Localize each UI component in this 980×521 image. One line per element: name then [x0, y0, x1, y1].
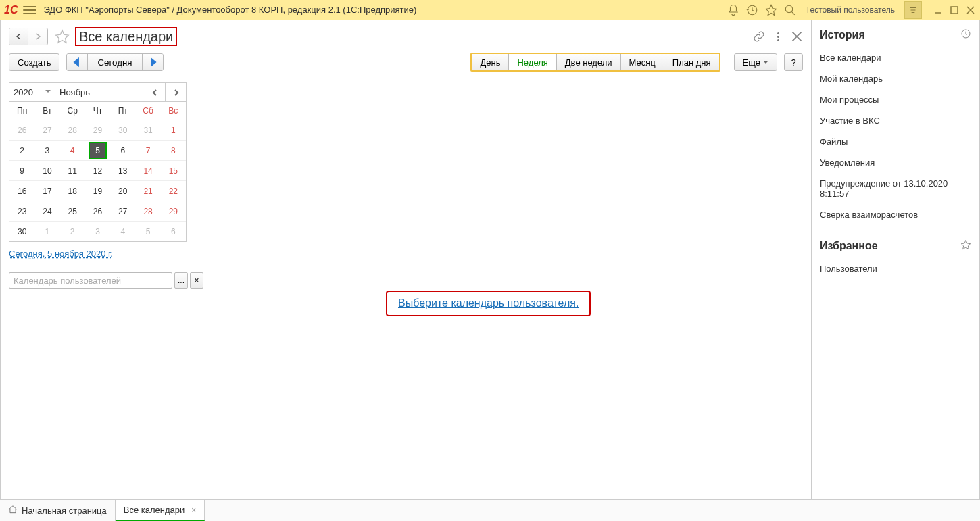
tab-close-icon[interactable]: × [191, 505, 196, 515]
view-day-tab[interactable]: День [472, 54, 509, 70]
tab-home-label: Начальная страница [22, 505, 107, 516]
titlebar: 1C ЭДО ФКП "Аэропорты Севера" / Документ… [0, 0, 980, 20]
history-item[interactable]: Файлы [812, 131, 979, 152]
calendar-day[interactable]: 1 [34, 221, 59, 241]
current-user[interactable]: Тестовый пользователь [806, 5, 895, 15]
calendar-day[interactable]: 12 [85, 160, 110, 180]
calendar-day[interactable]: 24 [34, 201, 59, 221]
calendar-day[interactable]: 9 [9, 160, 34, 180]
bell-icon[interactable] [727, 4, 739, 16]
help-button[interactable]: ? [784, 53, 803, 71]
history-item[interactable]: Сверка взаиморасчетов [812, 204, 979, 225]
calendar-day[interactable]: 14 [135, 160, 160, 180]
calendar-day[interactable]: 31 [135, 120, 160, 140]
calendar-day[interactable]: 6 [110, 140, 135, 160]
calendar-day[interactable]: 3 [85, 221, 110, 241]
calendar-day[interactable]: 28 [135, 201, 160, 221]
next-period-button[interactable] [143, 54, 163, 70]
calendar-day[interactable]: 5 [135, 221, 160, 241]
calendar-day[interactable]: 1 [161, 120, 186, 140]
calendar-day[interactable]: 8 [161, 140, 186, 160]
prev-period-button[interactable] [67, 54, 88, 70]
tab-current-label: Все календари [124, 505, 185, 515]
calendar-day[interactable]: 17 [34, 180, 59, 201]
favorite-star-icon[interactable] [55, 29, 70, 44]
calendar-day[interactable]: 27 [34, 120, 59, 140]
nav-back-button[interactable] [9, 28, 28, 45]
view-two-weeks-tab[interactable]: Две недели [557, 54, 621, 70]
calendar-year-selector[interactable]: 2020 [9, 83, 55, 101]
panel-toggle-icon[interactable] [904, 1, 922, 19]
calendar-day[interactable]: 5 [85, 140, 110, 160]
close-tab-icon[interactable] [791, 30, 803, 43]
date-nav-group: Сегодня [66, 53, 163, 71]
search-icon[interactable] [784, 4, 796, 16]
close-button[interactable] [965, 5, 976, 16]
calendar-dow-header: Пн [9, 102, 34, 120]
calendar-day[interactable]: 18 [60, 180, 85, 201]
calendar-day[interactable]: 16 [9, 180, 34, 201]
history-icon[interactable] [746, 4, 758, 16]
calendar-day[interactable]: 26 [9, 120, 34, 140]
view-month-tab[interactable]: Месяц [621, 54, 664, 70]
calendar-day[interactable]: 25 [60, 201, 85, 221]
calendar-day[interactable]: 4 [60, 140, 85, 160]
main-menu-icon[interactable] [23, 3, 36, 17]
favorite-item[interactable]: Пользователи [812, 258, 979, 279]
kebab-menu-icon[interactable] [772, 30, 784, 43]
view-mode-tabs: День Неделя Две недели Месяц План дня [470, 53, 720, 72]
favorites-star-icon[interactable] [960, 239, 971, 253]
calendar-day[interactable]: 28 [60, 120, 85, 140]
calendar-day[interactable]: 27 [110, 201, 135, 221]
history-item[interactable]: Предупреждение от 13.10.2020 8:11:57 [812, 173, 979, 204]
calendar-day[interactable]: 10 [34, 160, 59, 180]
history-item[interactable]: Мои процессы [812, 89, 979, 110]
maximize-button[interactable] [949, 5, 960, 16]
today-date-link[interactable]: Сегодня, 5 ноября 2020 г. [9, 249, 811, 259]
create-button[interactable]: Создать [9, 53, 59, 71]
calendar-day[interactable]: 3 [34, 140, 59, 160]
link-icon[interactable] [753, 30, 765, 43]
tab-home[interactable]: Начальная страница [0, 500, 116, 521]
more-button[interactable]: Еще [734, 53, 777, 71]
today-button[interactable]: Сегодня [88, 54, 142, 70]
history-item[interactable]: Все календари [812, 47, 979, 68]
star-icon[interactable] [765, 4, 777, 16]
select-user-calendar-link[interactable]: Выберите календарь пользователя. [398, 297, 579, 309]
history-clock-icon[interactable] [960, 28, 971, 42]
minimize-button[interactable] [933, 5, 944, 16]
calendar-day[interactable]: 2 [9, 140, 34, 160]
view-week-tab[interactable]: Неделя [509, 54, 556, 70]
history-item[interactable]: Мой календарь [812, 68, 979, 89]
view-day-plan-tab[interactable]: План дня [664, 54, 719, 70]
calendar-day[interactable]: 30 [9, 221, 34, 241]
calendar-prev-month[interactable] [145, 83, 166, 101]
calendar-day[interactable]: 7 [135, 140, 160, 160]
tab-all-calendars[interactable]: Все календари × [116, 500, 205, 521]
calendar-day[interactable]: 29 [85, 120, 110, 140]
calendar-month-selector[interactable]: Ноябрь [55, 83, 145, 101]
calendar-day[interactable]: 6 [161, 221, 186, 241]
calendar-day[interactable]: 23 [9, 201, 34, 221]
calendar-day[interactable]: 15 [161, 160, 186, 180]
svg-rect-1 [951, 7, 958, 14]
calendar-next-month[interactable] [166, 83, 186, 101]
user-calendar-pick-button[interactable]: ... [174, 272, 188, 289]
calendar-day[interactable]: 30 [110, 120, 135, 140]
history-heading: История [812, 20, 979, 47]
calendar-day[interactable]: 22 [161, 180, 186, 201]
history-item[interactable]: Уведомления [812, 152, 979, 173]
calendar-day[interactable]: 19 [85, 180, 110, 201]
calendar-day[interactable]: 20 [110, 180, 135, 201]
history-item[interactable]: Участие в ВКС [812, 110, 979, 131]
history-title-text: История [820, 29, 865, 41]
calendar-day[interactable]: 21 [135, 180, 160, 201]
calendar-day[interactable]: 11 [60, 160, 85, 180]
calendar-day[interactable]: 2 [60, 221, 85, 241]
user-calendar-clear-button[interactable]: × [190, 272, 203, 289]
user-calendar-input[interactable] [9, 272, 172, 289]
calendar-day[interactable]: 4 [110, 221, 135, 241]
calendar-day[interactable]: 29 [161, 201, 186, 221]
calendar-day[interactable]: 26 [85, 201, 110, 221]
calendar-day[interactable]: 13 [110, 160, 135, 180]
